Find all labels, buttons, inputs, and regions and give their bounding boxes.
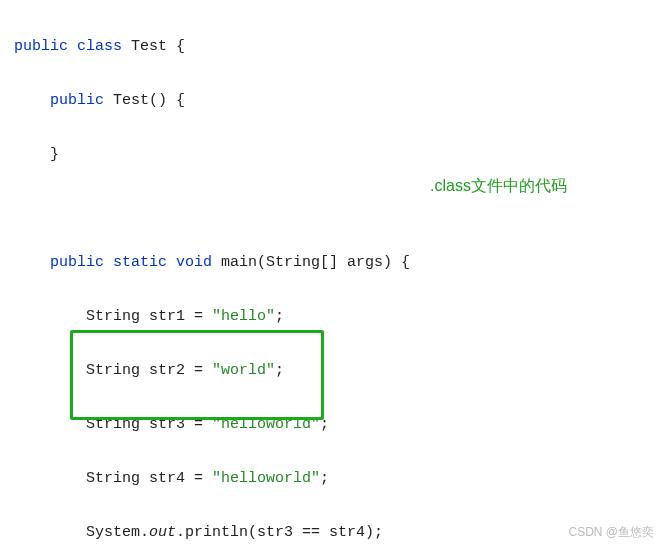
code-text: System. bbox=[14, 524, 149, 541]
code-text: ; bbox=[320, 416, 329, 433]
keyword: public bbox=[50, 92, 104, 109]
code-line: public static void main(String[] args) { bbox=[14, 249, 652, 276]
annotation-text: .class文件中的代码 bbox=[430, 172, 567, 201]
string-literal: "helloworld" bbox=[212, 470, 320, 487]
code-line: public class Test { bbox=[14, 33, 652, 60]
code-text: String str3 = bbox=[14, 416, 212, 433]
code-text: Test() { bbox=[104, 92, 185, 109]
code-text: String str4 = bbox=[14, 470, 212, 487]
code-line: public Test() { bbox=[14, 87, 652, 114]
code-text: String str1 = bbox=[14, 308, 212, 325]
keyword: void bbox=[176, 254, 212, 271]
field-ref: out bbox=[149, 524, 176, 541]
code-line: } bbox=[14, 141, 652, 168]
code-line: System.out.println(str3 == str4); bbox=[14, 519, 652, 546]
keyword: public bbox=[50, 254, 104, 271]
code-text: String str2 = bbox=[14, 362, 212, 379]
code-block: public class Test { public Test() { } pu… bbox=[0, 0, 666, 552]
code-line: String str3 = "helloworld"; bbox=[14, 411, 652, 438]
code-text: } bbox=[14, 146, 59, 163]
string-literal: "hello" bbox=[212, 308, 275, 325]
code-text: ; bbox=[275, 362, 284, 379]
code-text: Test { bbox=[122, 38, 185, 55]
keyword: public bbox=[14, 38, 68, 55]
watermark-text: CSDN @鱼悠奕 bbox=[568, 522, 654, 544]
keyword: class bbox=[77, 38, 122, 55]
code-line: String str2 = "world"; bbox=[14, 357, 652, 384]
code-text: .println(str3 == str4); bbox=[176, 524, 383, 541]
string-literal: "world" bbox=[212, 362, 275, 379]
code-line: String str4 = "helloworld"; bbox=[14, 465, 652, 492]
code-text: ; bbox=[275, 308, 284, 325]
code-text: ; bbox=[320, 470, 329, 487]
code-text: main(String[] args) { bbox=[212, 254, 410, 271]
keyword: static bbox=[113, 254, 167, 271]
string-literal: "helloworld" bbox=[212, 416, 320, 433]
code-line: String str1 = "hello"; bbox=[14, 303, 652, 330]
